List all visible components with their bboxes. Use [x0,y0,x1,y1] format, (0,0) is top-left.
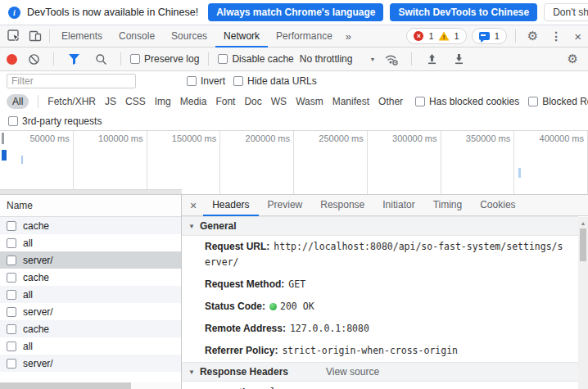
general-section-title: General [200,220,237,232]
network-settings-gear-icon[interactable]: ⚙ [564,52,581,66]
switch-devtools-chinese-button[interactable]: Switch DevTools to Chinese [390,3,537,21]
hide-data-urls-checkbox[interactable]: Hide data URLs [233,75,317,87]
type-filter-img[interactable]: Img [155,96,171,107]
response-headers-section-title: Response Headers [200,366,288,378]
row-checkbox[interactable] [7,273,16,283]
request-method-value: GET [288,278,305,290]
preserve-log-checkbox[interactable]: Preserve log [130,53,199,65]
type-filter-other[interactable]: Other [378,96,403,107]
response-headers-section-header[interactable]: ▼ Response Headers View source [182,362,578,382]
throttling-dropdown[interactable]: No throttling ▼ [300,53,376,65]
type-filter-all[interactable]: All [7,94,29,109]
type-filter-manifest[interactable]: Manifest [332,96,369,107]
request-row[interactable]: all [0,234,181,251]
row-checkbox[interactable] [7,238,16,248]
checkbox[interactable] [415,97,425,106]
search-icon[interactable] [90,50,111,68]
row-checkbox[interactable] [7,324,16,334]
invert-checkbox[interactable]: Invert [187,75,225,87]
scrollbar-thumb[interactable] [0,382,131,389]
warning-count: 1 [455,31,459,41]
third-party-requests-checkbox[interactable]: 3rd-party requests [8,115,102,127]
has-blocked-cookies-checkbox[interactable]: Has blocked cookies [415,96,519,107]
request-row[interactable]: cache [0,320,181,337]
network-conditions-icon[interactable] [381,50,402,68]
details-tab-preview[interactable]: Preview [259,195,312,216]
timeline-tick: 300000 ms [368,131,441,194]
inspect-element-icon[interactable] [3,27,25,45]
filter-funnel-icon[interactable] [63,50,84,68]
type-filter-media[interactable]: Media [180,96,207,107]
tab-elements[interactable]: Elements [53,25,111,47]
vertical-scrollbar[interactable]: ▲ [578,217,588,389]
filter-input[interactable] [7,74,136,88]
divider [515,29,516,43]
dont-show-again-button[interactable]: Don't show again [544,3,588,21]
import-har-icon[interactable] [421,50,442,68]
scroll-up-icon[interactable]: ▲ [578,217,588,226]
scrollbar-thumb[interactable] [580,228,586,261]
request-name: server/ [23,306,53,318]
type-filter-css[interactable]: CSS [125,96,146,107]
details-close-icon[interactable]: × [182,199,203,212]
details-tab-initiator[interactable]: Initiator [373,195,423,216]
row-checkbox[interactable] [7,290,16,300]
checkbox[interactable] [218,54,228,64]
overview-scroll-thumb[interactable] [0,189,182,194]
checkbox[interactable] [8,116,18,126]
export-har-icon[interactable] [448,50,469,68]
tab-performance[interactable]: Performance [268,25,341,47]
disable-cache-checkbox[interactable]: Disable cache [218,53,293,65]
blocked-requests-checkbox[interactable]: Blocked Requests [528,96,588,107]
network-overview-timeline[interactable]: 50000 ms 100000 ms 150000 ms 200000 ms 2… [0,131,588,195]
more-tabs-icon[interactable]: » [341,30,356,43]
type-filter-js[interactable]: JS [105,96,116,107]
details-tab-response[interactable]: Response [311,195,373,216]
row-checkbox[interactable] [7,359,16,369]
details-tab-headers[interactable]: Headers [203,195,258,216]
checkbox[interactable] [187,76,197,86]
waterfall-bar [2,150,7,161]
checkbox[interactable] [130,54,140,64]
details-tab-cookies[interactable]: Cookies [471,195,524,216]
checkbox[interactable] [528,97,538,106]
tab-network[interactable]: Network [215,25,268,47]
checkbox[interactable] [233,76,243,86]
devtools-tabbar: Elements Console Sources Network Perform… [0,25,588,47]
record-network-log-icon[interactable] [7,54,17,65]
row-checkbox[interactable] [7,342,16,351]
request-row[interactable]: all [0,337,181,355]
type-filter-font[interactable]: Font [215,96,235,107]
name-column-header[interactable]: Name [0,195,181,217]
type-filter-ws[interactable]: WS [271,96,287,107]
always-match-language-button[interactable]: Always match Chrome's language [208,3,383,21]
details-tab-timing[interactable]: Timing [424,195,472,216]
horizontal-scrollbar[interactable] [0,382,181,389]
request-row[interactable]: all [0,286,181,303]
tab-sources[interactable]: Sources [163,25,215,47]
status-ok-icon [269,303,277,310]
request-row-selected[interactable]: server/ [0,251,181,269]
kebab-menu-icon[interactable]: ⋮ [546,29,566,43]
settings-gear-icon[interactable]: ⚙ [524,29,541,43]
headers-content: ▼ General Request URL:http://localhost:8… [182,216,588,389]
device-toolbar-icon[interactable] [25,27,46,45]
row-checkbox[interactable] [7,221,16,231]
divider [411,52,412,66]
tab-console[interactable]: Console [111,25,163,47]
request-row[interactable]: cache [0,217,181,234]
type-filter-doc[interactable]: Doc [244,96,261,107]
general-section-header[interactable]: ▼ General [182,216,578,236]
row-checkbox[interactable] [7,256,16,265]
row-checkbox[interactable] [7,307,16,317]
request-row[interactable]: server/ [0,303,181,320]
type-filter-fetch-xhr[interactable]: Fetch/XHR [47,96,96,107]
request-row[interactable]: server/ [0,355,181,372]
request-row[interactable]: cache [0,269,181,286]
clear-network-log-icon[interactable] [23,50,44,68]
devtools-close-icon[interactable]: × [571,30,585,43]
console-errors-warnings-badge[interactable]: × 1 ! 1 [406,28,466,44]
type-filter-wasm[interactable]: Wasm [296,96,323,107]
view-source-link[interactable]: View source [326,366,379,378]
issues-badge[interactable]: 1 [472,28,507,44]
